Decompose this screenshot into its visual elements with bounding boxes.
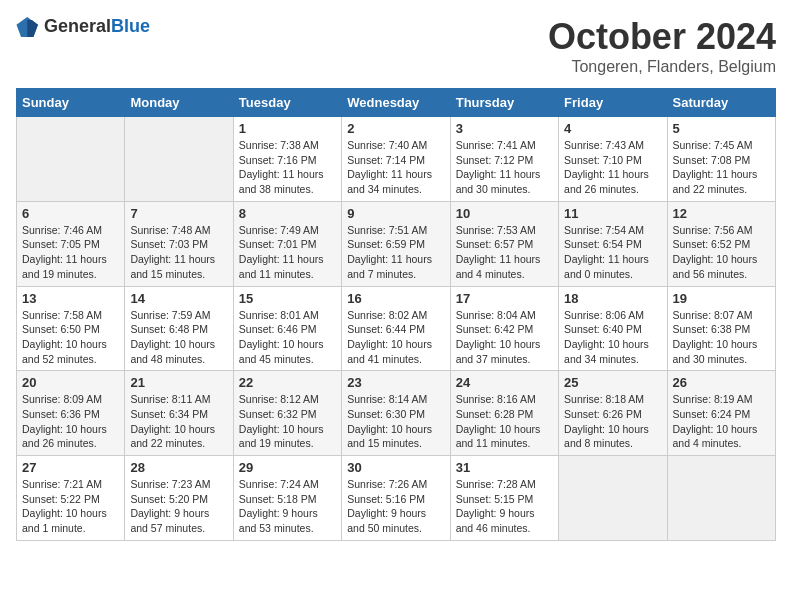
day-number: 12 xyxy=(673,206,770,221)
calendar-day-cell: 17Sunrise: 8:04 AM Sunset: 6:42 PM Dayli… xyxy=(450,286,558,371)
day-info: Sunrise: 8:19 AM Sunset: 6:24 PM Dayligh… xyxy=(673,392,770,451)
calendar-day-cell: 31Sunrise: 7:28 AM Sunset: 5:15 PM Dayli… xyxy=(450,456,558,541)
calendar-day-cell: 13Sunrise: 7:58 AM Sunset: 6:50 PM Dayli… xyxy=(17,286,125,371)
day-info: Sunrise: 7:45 AM Sunset: 7:08 PM Dayligh… xyxy=(673,138,770,197)
day-info: Sunrise: 8:02 AM Sunset: 6:44 PM Dayligh… xyxy=(347,308,444,367)
calendar-day-cell xyxy=(559,456,667,541)
day-number: 14 xyxy=(130,291,227,306)
day-number: 23 xyxy=(347,375,444,390)
day-info: Sunrise: 7:53 AM Sunset: 6:57 PM Dayligh… xyxy=(456,223,553,282)
calendar-day-cell: 18Sunrise: 8:06 AM Sunset: 6:40 PM Dayli… xyxy=(559,286,667,371)
day-number: 7 xyxy=(130,206,227,221)
day-info: Sunrise: 7:28 AM Sunset: 5:15 PM Dayligh… xyxy=(456,477,553,536)
calendar-day-cell: 30Sunrise: 7:26 AM Sunset: 5:16 PM Dayli… xyxy=(342,456,450,541)
day-number: 25 xyxy=(564,375,661,390)
day-number: 20 xyxy=(22,375,119,390)
logo: GeneralBlue xyxy=(16,16,150,37)
calendar-day-cell: 26Sunrise: 8:19 AM Sunset: 6:24 PM Dayli… xyxy=(667,371,775,456)
logo-text: GeneralBlue xyxy=(44,16,150,37)
day-number: 2 xyxy=(347,121,444,136)
day-info: Sunrise: 7:26 AM Sunset: 5:16 PM Dayligh… xyxy=(347,477,444,536)
calendar-day-cell: 19Sunrise: 8:07 AM Sunset: 6:38 PM Dayli… xyxy=(667,286,775,371)
day-number: 16 xyxy=(347,291,444,306)
calendar-day-cell: 28Sunrise: 7:23 AM Sunset: 5:20 PM Dayli… xyxy=(125,456,233,541)
calendar-day-cell: 22Sunrise: 8:12 AM Sunset: 6:32 PM Dayli… xyxy=(233,371,341,456)
weekday-header-cell: Thursday xyxy=(450,89,558,117)
day-info: Sunrise: 7:38 AM Sunset: 7:16 PM Dayligh… xyxy=(239,138,336,197)
calendar-day-cell: 21Sunrise: 8:11 AM Sunset: 6:34 PM Dayli… xyxy=(125,371,233,456)
calendar-day-cell: 12Sunrise: 7:56 AM Sunset: 6:52 PM Dayli… xyxy=(667,201,775,286)
calendar-week-row: 1Sunrise: 7:38 AM Sunset: 7:16 PM Daylig… xyxy=(17,117,776,202)
svg-marker-1 xyxy=(27,20,38,37)
day-number: 6 xyxy=(22,206,119,221)
day-info: Sunrise: 7:41 AM Sunset: 7:12 PM Dayligh… xyxy=(456,138,553,197)
logo-blue: Blue xyxy=(111,16,150,36)
day-number: 3 xyxy=(456,121,553,136)
calendar-day-cell: 29Sunrise: 7:24 AM Sunset: 5:18 PM Dayli… xyxy=(233,456,341,541)
calendar-day-cell: 4Sunrise: 7:43 AM Sunset: 7:10 PM Daylig… xyxy=(559,117,667,202)
calendar-day-cell: 16Sunrise: 8:02 AM Sunset: 6:44 PM Dayli… xyxy=(342,286,450,371)
day-info: Sunrise: 8:11 AM Sunset: 6:34 PM Dayligh… xyxy=(130,392,227,451)
day-info: Sunrise: 7:40 AM Sunset: 7:14 PM Dayligh… xyxy=(347,138,444,197)
day-number: 4 xyxy=(564,121,661,136)
page-header: GeneralBlue October 2024 Tongeren, Fland… xyxy=(16,16,776,76)
day-info: Sunrise: 8:12 AM Sunset: 6:32 PM Dayligh… xyxy=(239,392,336,451)
day-info: Sunrise: 7:46 AM Sunset: 7:05 PM Dayligh… xyxy=(22,223,119,282)
day-number: 10 xyxy=(456,206,553,221)
calendar-day-cell: 24Sunrise: 8:16 AM Sunset: 6:28 PM Dayli… xyxy=(450,371,558,456)
day-number: 13 xyxy=(22,291,119,306)
day-info: Sunrise: 7:59 AM Sunset: 6:48 PM Dayligh… xyxy=(130,308,227,367)
day-number: 28 xyxy=(130,460,227,475)
calendar-week-row: 6Sunrise: 7:46 AM Sunset: 7:05 PM Daylig… xyxy=(17,201,776,286)
logo-general: General xyxy=(44,16,111,36)
calendar-day-cell: 8Sunrise: 7:49 AM Sunset: 7:01 PM Daylig… xyxy=(233,201,341,286)
month-title: October 2024 xyxy=(548,16,776,58)
day-info: Sunrise: 7:21 AM Sunset: 5:22 PM Dayligh… xyxy=(22,477,119,536)
calendar-day-cell: 6Sunrise: 7:46 AM Sunset: 7:05 PM Daylig… xyxy=(17,201,125,286)
day-info: Sunrise: 7:54 AM Sunset: 6:54 PM Dayligh… xyxy=(564,223,661,282)
calendar-day-cell: 2Sunrise: 7:40 AM Sunset: 7:14 PM Daylig… xyxy=(342,117,450,202)
calendar-day-cell: 14Sunrise: 7:59 AM Sunset: 6:48 PM Dayli… xyxy=(125,286,233,371)
day-number: 19 xyxy=(673,291,770,306)
calendar-day-cell: 15Sunrise: 8:01 AM Sunset: 6:46 PM Dayli… xyxy=(233,286,341,371)
day-number: 29 xyxy=(239,460,336,475)
day-info: Sunrise: 8:07 AM Sunset: 6:38 PM Dayligh… xyxy=(673,308,770,367)
location-title: Tongeren, Flanders, Belgium xyxy=(548,58,776,76)
calendar-body: 1Sunrise: 7:38 AM Sunset: 7:16 PM Daylig… xyxy=(17,117,776,541)
calendar-day-cell: 9Sunrise: 7:51 AM Sunset: 6:59 PM Daylig… xyxy=(342,201,450,286)
calendar-table: SundayMondayTuesdayWednesdayThursdayFrid… xyxy=(16,88,776,541)
day-number: 24 xyxy=(456,375,553,390)
calendar-day-cell: 5Sunrise: 7:45 AM Sunset: 7:08 PM Daylig… xyxy=(667,117,775,202)
calendar-day-cell: 27Sunrise: 7:21 AM Sunset: 5:22 PM Dayli… xyxy=(17,456,125,541)
day-info: Sunrise: 7:23 AM Sunset: 5:20 PM Dayligh… xyxy=(130,477,227,536)
day-info: Sunrise: 7:43 AM Sunset: 7:10 PM Dayligh… xyxy=(564,138,661,197)
day-info: Sunrise: 7:24 AM Sunset: 5:18 PM Dayligh… xyxy=(239,477,336,536)
day-number: 1 xyxy=(239,121,336,136)
day-info: Sunrise: 7:48 AM Sunset: 7:03 PM Dayligh… xyxy=(130,223,227,282)
logo-icon xyxy=(16,17,40,37)
day-number: 8 xyxy=(239,206,336,221)
calendar-day-cell: 10Sunrise: 7:53 AM Sunset: 6:57 PM Dayli… xyxy=(450,201,558,286)
day-info: Sunrise: 7:51 AM Sunset: 6:59 PM Dayligh… xyxy=(347,223,444,282)
day-number: 22 xyxy=(239,375,336,390)
weekday-header-cell: Sunday xyxy=(17,89,125,117)
day-info: Sunrise: 8:16 AM Sunset: 6:28 PM Dayligh… xyxy=(456,392,553,451)
weekday-header-cell: Tuesday xyxy=(233,89,341,117)
weekday-header-cell: Wednesday xyxy=(342,89,450,117)
day-info: Sunrise: 7:49 AM Sunset: 7:01 PM Dayligh… xyxy=(239,223,336,282)
day-number: 26 xyxy=(673,375,770,390)
day-number: 31 xyxy=(456,460,553,475)
calendar-day-cell xyxy=(17,117,125,202)
day-number: 11 xyxy=(564,206,661,221)
day-info: Sunrise: 7:56 AM Sunset: 6:52 PM Dayligh… xyxy=(673,223,770,282)
calendar-week-row: 20Sunrise: 8:09 AM Sunset: 6:36 PM Dayli… xyxy=(17,371,776,456)
day-number: 15 xyxy=(239,291,336,306)
calendar-day-cell: 3Sunrise: 7:41 AM Sunset: 7:12 PM Daylig… xyxy=(450,117,558,202)
weekday-header-cell: Monday xyxy=(125,89,233,117)
calendar-day-cell: 25Sunrise: 8:18 AM Sunset: 6:26 PM Dayli… xyxy=(559,371,667,456)
calendar-day-cell: 23Sunrise: 8:14 AM Sunset: 6:30 PM Dayli… xyxy=(342,371,450,456)
calendar-week-row: 13Sunrise: 7:58 AM Sunset: 6:50 PM Dayli… xyxy=(17,286,776,371)
day-number: 17 xyxy=(456,291,553,306)
weekday-header-cell: Saturday xyxy=(667,89,775,117)
day-info: Sunrise: 8:18 AM Sunset: 6:26 PM Dayligh… xyxy=(564,392,661,451)
